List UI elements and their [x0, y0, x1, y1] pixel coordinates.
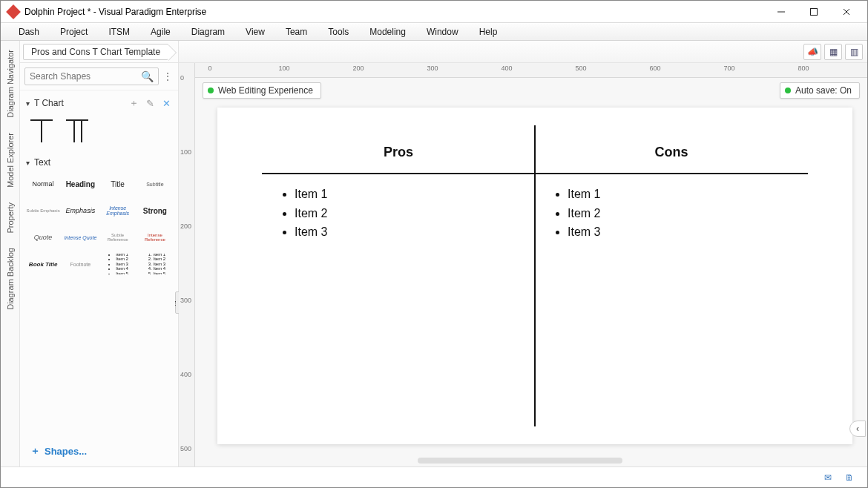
- new-diagram-icon[interactable]: ▥: [845, 44, 863, 60]
- badge-web-editing[interactable]: Web Editing Experience: [203, 82, 321, 99]
- sidetab-diagram-navigator[interactable]: Diagram Navigator: [4, 45, 16, 125]
- menu-team[interactable]: Team: [275, 27, 318, 37]
- tchart[interactable]: Pros Cons Item 1 Item 2 Item 3: [262, 125, 808, 426]
- close-button[interactable]: [830, 1, 863, 22]
- mail-icon[interactable]: ✉: [824, 472, 832, 483]
- style-heading[interactable]: Heading: [63, 174, 97, 194]
- tchart-head-left[interactable]: Pros: [262, 145, 535, 160]
- style-footnote[interactable]: Footnote: [63, 254, 97, 274]
- list-item[interactable]: Item 2: [568, 204, 808, 223]
- expand-panel-icon[interactable]: ‹: [849, 421, 866, 437]
- search-box[interactable]: 🔍: [24, 67, 159, 85]
- workspace: Diagram Navigator Model Explorer Propert…: [1, 41, 867, 466]
- shapes-panel: Pros and Cons T Chart Template 🔍 ⋮ ▾ T C…: [20, 41, 179, 466]
- plus-icon: ＋: [30, 444, 40, 458]
- chevron-down-icon: ▾: [26, 159, 30, 167]
- shape-tchart-double[interactable]: [66, 117, 88, 142]
- style-intense-reference[interactable]: Intense Reference: [138, 227, 172, 248]
- search-icon[interactable]: 🔍: [141, 70, 154, 82]
- style-bullet-list[interactable]: Item 1Item 2Item 3Item 4Item 5: [101, 254, 135, 274]
- search-input[interactable]: [30, 71, 141, 82]
- page[interactable]: Pros Cons Item 1 Item 2 Item 3: [217, 108, 852, 444]
- layout-icon[interactable]: ▦: [824, 44, 842, 60]
- menu-project[interactable]: Project: [50, 27, 98, 37]
- panel-menu-icon[interactable]: ⋮: [162, 70, 174, 82]
- status-bar: ✉ 🗎: [1, 466, 867, 487]
- svg-rect-1: [811, 8, 818, 15]
- group-head-text[interactable]: ▾ Text: [20, 153, 178, 172]
- list-item[interactable]: Item 1: [568, 185, 808, 204]
- menu-itsm[interactable]: ITSM: [98, 27, 140, 37]
- sidetab-diagram-backlog[interactable]: Diagram Backlog: [4, 243, 16, 317]
- style-subtitle[interactable]: Subtitle: [138, 174, 172, 194]
- list-item[interactable]: Item 3: [568, 222, 808, 242]
- style-normal[interactable]: Normal: [26, 174, 60, 194]
- list-item[interactable]: Item 3: [295, 222, 535, 242]
- shapes-link[interactable]: ＋ Shapes...: [20, 435, 178, 466]
- style-book-title[interactable]: Book Title: [26, 254, 60, 274]
- style-intense-quote[interactable]: Intense Quote: [63, 227, 97, 248]
- menu-bar: Dash Project ITSM Agile Diagram View Tea…: [1, 23, 867, 41]
- note-icon[interactable]: 🗎: [845, 472, 854, 483]
- shape-tchart-single[interactable]: [30, 117, 53, 142]
- text-styles-grid: Normal Heading Title Subtitle Subtle Emp…: [20, 172, 178, 282]
- close-icon[interactable]: ✕: [160, 98, 172, 109]
- maximize-button[interactable]: [798, 1, 830, 22]
- window-title: Dolphin Project * - Visual Paradigm Ente…: [24, 7, 765, 17]
- group-text: ▾ Text Normal Heading Title Subtitle Sub…: [20, 151, 178, 283]
- style-strong[interactable]: Strong: [138, 200, 172, 221]
- style-title[interactable]: Title: [101, 174, 135, 194]
- title-bar: Dolphin Project * - Visual Paradigm Ente…: [1, 1, 867, 23]
- menu-diagram[interactable]: Diagram: [181, 27, 235, 37]
- minimize-button[interactable]: [765, 1, 798, 22]
- edit-icon[interactable]: ✎: [144, 98, 156, 109]
- sidetab-property[interactable]: Property: [4, 198, 16, 241]
- style-quote[interactable]: Quote: [26, 227, 60, 248]
- tchart-vertical-line: [534, 125, 536, 426]
- group-head-tchart[interactable]: ▾ T Chart ＋ ✎ ✕: [20, 92, 178, 114]
- add-icon[interactable]: ＋: [128, 96, 139, 110]
- tchart-body-left[interactable]: Item 1 Item 2 Item 3: [262, 185, 535, 242]
- menu-agile[interactable]: Agile: [140, 27, 181, 37]
- style-emphasis[interactable]: Emphasis: [63, 200, 97, 221]
- group-tchart: ▾ T Chart ＋ ✎ ✕: [20, 90, 178, 151]
- badge-autosave[interactable]: Auto save: On: [780, 82, 860, 99]
- style-intense-emphasis[interactable]: Intense Emphasis: [101, 200, 135, 221]
- menu-dash[interactable]: Dash: [8, 27, 50, 37]
- menu-window[interactable]: Window: [416, 27, 469, 37]
- menu-tools[interactable]: Tools: [318, 27, 359, 37]
- style-number-list[interactable]: Item 1Item 2Item 3Item 4Item 5: [138, 254, 172, 274]
- group-label: T Chart: [34, 98, 123, 108]
- horizontal-scrollbar[interactable]: [418, 458, 622, 464]
- menu-modeling[interactable]: Modeling: [359, 27, 416, 37]
- side-tabs: Diagram Navigator Model Explorer Propert…: [1, 41, 20, 466]
- list-item[interactable]: Item 1: [295, 185, 535, 204]
- list-item[interactable]: Item 2: [295, 204, 535, 223]
- sidetab-model-explorer[interactable]: Model Explorer: [4, 128, 16, 195]
- search-row: 🔍 ⋮: [20, 63, 178, 90]
- horizontal-ruler: 0 100 200 300 400 500 600 700 800: [195, 63, 867, 78]
- breadcrumb-bar: Pros and Cons T Chart Template: [20, 41, 178, 63]
- style-subtle-emphasis[interactable]: Subtle Emphasis: [26, 200, 60, 221]
- tchart-head-right[interactable]: Cons: [535, 145, 808, 160]
- menu-help[interactable]: Help: [469, 27, 508, 37]
- toolbar: 📣 ▦ ▥: [179, 41, 867, 63]
- style-subtle-reference[interactable]: Subtle Reference: [101, 227, 135, 248]
- canvas[interactable]: Web Editing Experience Auto save: On Pro…: [195, 78, 867, 466]
- vertical-ruler: 0 100 200 300 400 500: [179, 63, 195, 466]
- editor: 📣 ▦ ▥ 0 100 200 300 400 500 0 100 200 30…: [179, 41, 867, 466]
- group-label: Text: [34, 157, 172, 168]
- app-logo-icon: [6, 4, 21, 19]
- menu-view[interactable]: View: [235, 27, 275, 37]
- announce-icon[interactable]: 📣: [803, 44, 821, 60]
- breadcrumb[interactable]: Pros and Cons T Chart Template: [23, 44, 168, 60]
- chevron-down-icon: ▾: [26, 99, 30, 108]
- tchart-body-right[interactable]: Item 1 Item 2 Item 3: [535, 185, 808, 242]
